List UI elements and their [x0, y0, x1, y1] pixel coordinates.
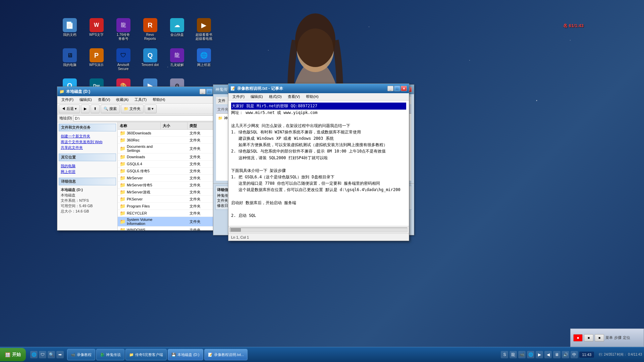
- fe-view-btn[interactable]: ⊞ ▾: [145, 105, 157, 113]
- taskbar-btn-icon-5: 📝: [208, 353, 213, 357]
- rec-menu-label[interactable]: 菜单: [605, 335, 613, 340]
- notepad-menu-help[interactable]: 帮助(H): [303, 94, 321, 100]
- notepad-menu-format[interactable]: 格式(O): [266, 94, 284, 100]
- notepad-close-btn[interactable]: ✕: [401, 86, 407, 91]
- table-row[interactable]: 📁360Downloads 文件夹: [118, 130, 221, 137]
- fe-menu-view[interactable]: 查看(V): [95, 97, 113, 103]
- desktop-icon-176-chuanqi[interactable]: 龍 1.76传奇青春号: [111, 17, 136, 45]
- fe-search-btn[interactable]: 🔍 搜索: [101, 105, 120, 113]
- fe-menu-favorites[interactable]: 收藏(A): [113, 97, 131, 103]
- share-folder-link[interactable]: 共享此文件夹: [61, 145, 114, 150]
- other-locations-title: 其它位置: [59, 154, 116, 161]
- table-row[interactable]: 📁RECYCLER 文件夹: [118, 210, 221, 217]
- fe-up-btn[interactable]: ⬆: [91, 105, 100, 113]
- table-row[interactable]: 📁System Volume Information 文件夹: [118, 217, 221, 227]
- table-row[interactable]: 📁MirServer 文件夹: [118, 175, 221, 182]
- taskbar-btn-local-disk[interactable]: 💾 本地磁盘 (D:): [168, 349, 203, 360]
- desktop-icon-wangshang-linju[interactable]: 🌐 网上邻居: [191, 47, 216, 75]
- taskbar-btn-luyin[interactable]: 📹 录像教程: [67, 349, 95, 360]
- fe-minimize-btn[interactable]: _: [200, 89, 206, 94]
- scrollbar-thumb[interactable]: [231, 228, 241, 232]
- fe-menu-help[interactable]: 帮助(H): [150, 97, 168, 103]
- notepad-menu-file[interactable]: 文件(F): [230, 94, 247, 100]
- quick-launch-arrow[interactable]: ➡: [56, 351, 64, 358]
- clock[interactable]: 11:43: [579, 352, 594, 358]
- quick-launch-search[interactable]: 🔍: [48, 351, 55, 358]
- file-size: [161, 191, 187, 193]
- fe-folders-btn[interactable]: 📁 文件夹: [121, 105, 144, 113]
- detail-type: 本地磁盘: [61, 193, 114, 198]
- desktop-icon-wode-diannao[interactable]: 🖥 我的电脑: [57, 47, 82, 75]
- table-row[interactable]: 📁Documents and Settings 文件夹: [118, 144, 221, 154]
- my-computer-link[interactable]: 我的电脑: [61, 164, 114, 169]
- bg-window-menu-file[interactable]: 文件: [218, 98, 225, 103]
- file-explorer-titlebar: 📁 本地磁盘 (D:) _ □ ✕: [57, 87, 221, 96]
- rec-stop-btn[interactable]: ■: [573, 334, 583, 342]
- folder-icon: 📁: [120, 175, 125, 181]
- notepad-menu-view[interactable]: 查看(V): [285, 94, 303, 100]
- notepad-text-area[interactable]: 大家好 我是 Mir5.net的密聊 QQ:88972127 网址： www.m…: [228, 101, 409, 226]
- tray-volume[interactable]: 🔊: [562, 351, 569, 358]
- fe-menu-tools[interactable]: 工具(T): [132, 97, 149, 103]
- notepad-step2: 2. 启动 SQL: [231, 213, 256, 218]
- desktop-icon-chaoji-tv[interactable]: ▶ 超级看看书超级看电视: [191, 17, 216, 45]
- fe-forward-btn[interactable]: ▶: [81, 105, 90, 113]
- rec-step-label[interactable]: 步骤: [614, 335, 622, 340]
- tray-lang[interactable]: 中: [571, 351, 578, 358]
- table-row[interactable]: 📁WINDOWS 文件夹: [118, 227, 221, 230]
- file-name: GSQL6.传奇5: [127, 169, 150, 174]
- quick-launch-ie[interactable]: 🌐: [30, 351, 38, 358]
- tray-icon-4[interactable]: 🌐: [527, 351, 534, 358]
- table-row[interactable]: 📁MirServer传奇5 文件夹: [118, 182, 221, 189]
- fe-menu-file[interactable]: 文件(F): [59, 97, 76, 103]
- start-button[interactable]: 🪟 开始: [0, 348, 26, 361]
- desktop-icon-konglong[interactable]: 龍 孔龙破解: [164, 47, 190, 75]
- bg-window-folder-icon: 📁: [218, 116, 223, 120]
- taskbar-btn-notepad[interactable]: 📝 录像教程说明.txt...: [204, 349, 248, 360]
- fe-back-btn[interactable]: ◀ 后退 ▾: [59, 105, 80, 113]
- table-row[interactable]: 📁GSQL6.传奇5 文件夹: [118, 168, 221, 175]
- notepad-menu-edit[interactable]: 编辑(E): [248, 94, 266, 100]
- fe-maximize-btn[interactable]: □: [206, 89, 212, 94]
- tray-hide-btn[interactable]: ◀: [544, 351, 552, 358]
- taskbar-btn-chuanqi5[interactable]: 📁 传奇5完整客户端: [125, 349, 167, 360]
- desktop-icon-wps-yanshi[interactable]: P WPS演示: [84, 47, 109, 75]
- desktop-icon-wps-wenzi[interactable]: W WPS文字: [84, 17, 109, 45]
- table-row[interactable]: 📁PKServer 文件夹: [118, 196, 221, 203]
- taskbar-btn-label-3: 传奇5完整客户端: [135, 352, 163, 357]
- col-size-header: 大小: [161, 122, 187, 129]
- notepad-intro2: 下面我具体介绍一下 架设步骤: [231, 168, 286, 173]
- quick-launch-shield[interactable]: 🛡: [39, 351, 46, 358]
- file-name: System Volume Information: [127, 218, 159, 226]
- file-size: [161, 170, 187, 172]
- desktop-icon-jinshan[interactable]: ☁ 金山快盘: [164, 17, 190, 45]
- table-row[interactable]: 📁Program Files 文件夹: [118, 203, 221, 210]
- table-row[interactable]: 📁MirServer游戏 文件夹: [118, 189, 221, 196]
- table-row[interactable]: 📁360Rec 文件夹: [118, 137, 221, 144]
- desktop-icon-revo[interactable]: R RevoReports: [138, 17, 163, 45]
- tray-icon-3[interactable]: 📹: [518, 351, 526, 358]
- tray-icon-2[interactable]: 龍: [509, 351, 517, 358]
- rec-locate-label[interactable]: 定位: [623, 335, 630, 340]
- create-folder-link[interactable]: 创建一个新文件夹: [61, 134, 114, 139]
- address-input[interactable]: [73, 115, 219, 121]
- notepad-maximize-btn[interactable]: □: [394, 86, 400, 91]
- table-row[interactable]: 📁Downloads 文件夹: [118, 154, 221, 161]
- desktop-icon-wode-wendan[interactable]: 📄 我的文档: [57, 17, 82, 45]
- publish-folder-link[interactable]: 将这个文件夹发布到 Web: [61, 139, 114, 144]
- rec-play-btn[interactable]: ■: [595, 334, 604, 342]
- tray-network[interactable]: 🖥: [553, 351, 560, 358]
- rec-pause-btn[interactable]: ■: [584, 334, 593, 342]
- desktop-icon-tencent-dot[interactable]: Q Tencent dot: [138, 47, 163, 75]
- notepad-intro: 这几天不少网友 问怎么架设，在架设过程中出现的问题我总结一下: [231, 123, 350, 128]
- table-row[interactable]: 📁GSQL6.4 文件夹: [118, 161, 221, 168]
- notepad-scrollbar[interactable]: [230, 228, 408, 232]
- desktop-icon-anvisoft[interactable]: 🛡 AnvisoftSecure: [111, 47, 136, 75]
- tasks-section: 文件和文件夹任务 创建一个新文件夹 将这个文件夹发布到 Web 共享此文件夹: [59, 124, 116, 152]
- network-link[interactable]: 网上邻居: [61, 169, 114, 174]
- fe-menu-edit[interactable]: 编辑(E): [77, 97, 95, 103]
- tray-icon-1[interactable]: S: [501, 351, 508, 358]
- taskbar-btn-shengui[interactable]: 🐉 神鬼传说: [96, 349, 124, 360]
- tray-icon-5[interactable]: ▶: [536, 351, 543, 358]
- notepad-minimize-btn[interactable]: _: [387, 86, 393, 91]
